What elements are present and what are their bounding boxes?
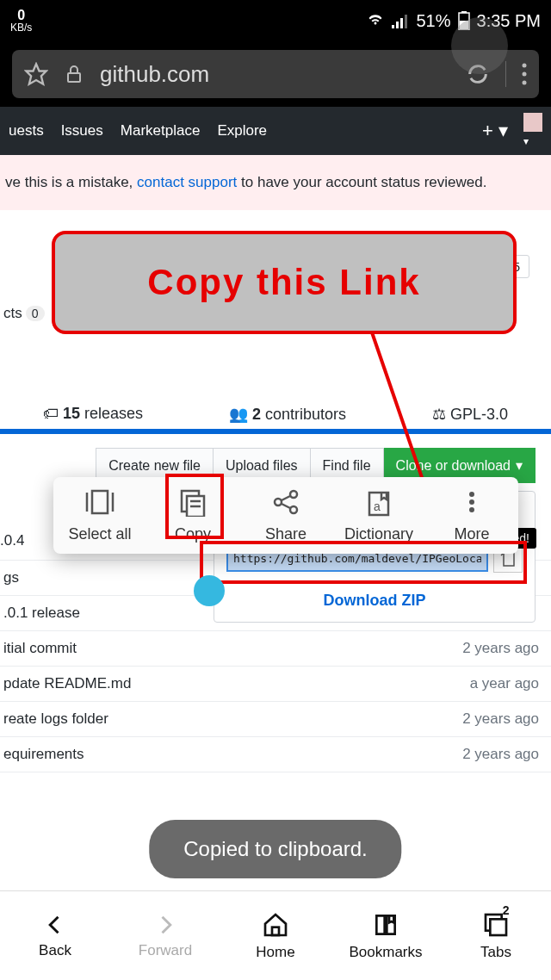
svg-line-23 [282,496,290,500]
star-icon[interactable] [24,62,48,86]
svg-point-20 [290,491,297,498]
people-icon: 👥 [229,406,252,423]
svg-rect-1 [396,22,399,28]
signal-icon [392,13,409,28]
selection-handle[interactable] [194,575,225,606]
svg-point-21 [275,499,282,506]
svg-rect-2 [400,18,403,28]
flagged-banner: ve this is a mistake, contact support to… [0,155,551,210]
select-all-button[interactable]: Select all [53,477,146,554]
github-nav: uests Issues Marketplace Explore + ▾ ▾ [0,107,551,155]
law-icon: ⚖ [432,406,450,423]
svg-rect-34 [490,919,506,935]
svg-rect-13 [92,491,108,513]
lock-icon [64,64,84,84]
home-button[interactable]: Home [220,891,331,980]
back-button[interactable]: Back [0,891,110,980]
license-link[interactable]: ⚖ GPL-3.0 [432,405,508,424]
language-bar [0,429,551,434]
more-icon[interactable] [522,63,527,85]
nav-issues[interactable]: Issues [61,122,103,140]
tabs-button[interactable]: 2 Tabs [441,891,551,980]
callout-text: Copy this Link [147,262,420,303]
version-fragment: .0.4 [0,532,24,549]
svg-point-10 [523,72,527,77]
toast: Copied to clipboard. [149,820,401,878]
annotation-callout: Copy this Link [52,231,517,334]
avatar[interactable]: ▾ [523,113,542,149]
url-text[interactable]: github.com [100,61,450,88]
svg-point-11 [523,81,527,85]
svg-point-29 [469,507,474,512]
contact-support-link[interactable]: contact support [137,174,237,190]
svg-rect-0 [392,25,394,28]
list-item[interactable]: itial commit2 years ago [0,631,551,667]
tag-icon: 🏷 [43,405,63,422]
forward-button: Forward [110,891,220,980]
svg-point-22 [290,506,297,513]
caret-down-icon: ▾ [516,457,523,474]
projects-fragment[interactable]: cts0 [0,301,48,326]
svg-marker-7 [26,64,46,84]
nav-marketplace[interactable]: Marketplace [121,122,201,140]
nav-pullrequests[interactable]: uests [9,122,44,140]
releases-link[interactable]: 🏷 15 releases [43,405,143,424]
dictionary-button[interactable]: a Dictionary [332,477,425,554]
browser-bottom-nav: Back Forward Home Bookmarks 2 Tabs [0,890,551,980]
touch-indicator [451,17,508,74]
svg-point-9 [523,64,527,68]
svg-rect-12 [523,113,542,132]
share-button[interactable]: Share [239,477,332,554]
svg-rect-32 [272,927,279,934]
download-zip-link[interactable]: Download ZIP [226,592,523,610]
network-speed: 0 KB/s [10,9,32,33]
bookmarks-button[interactable]: Bookmarks [331,891,441,980]
plus-icon[interactable]: + ▾ [482,120,508,142]
text-selection-menu: Select all Copy Share a Dictionary More [53,477,518,554]
list-item[interactable]: equirements2 years ago [0,737,551,772]
nav-explore[interactable]: Explore [217,122,267,140]
more-button[interactable]: More [425,477,518,554]
wifi-icon [366,13,385,28]
repo-meta: 🏷 15 releases 👥 2 contributors ⚖ GPL-3.0 [0,396,551,432]
contributors-link[interactable]: 👥 2 contributors [229,405,346,424]
list-item[interactable]: pdate README.mda year ago [0,667,551,702]
svg-text:a: a [374,499,381,513]
list-item[interactable]: reate logs folder2 years ago [0,702,551,737]
svg-point-28 [469,499,474,505]
battery-percent: 51% [416,11,450,31]
copy-button[interactable]: Copy [146,477,239,554]
svg-rect-30 [504,552,514,566]
svg-rect-3 [405,15,407,28]
svg-line-24 [282,504,290,508]
svg-rect-8 [68,73,80,82]
svg-point-27 [469,492,474,497]
